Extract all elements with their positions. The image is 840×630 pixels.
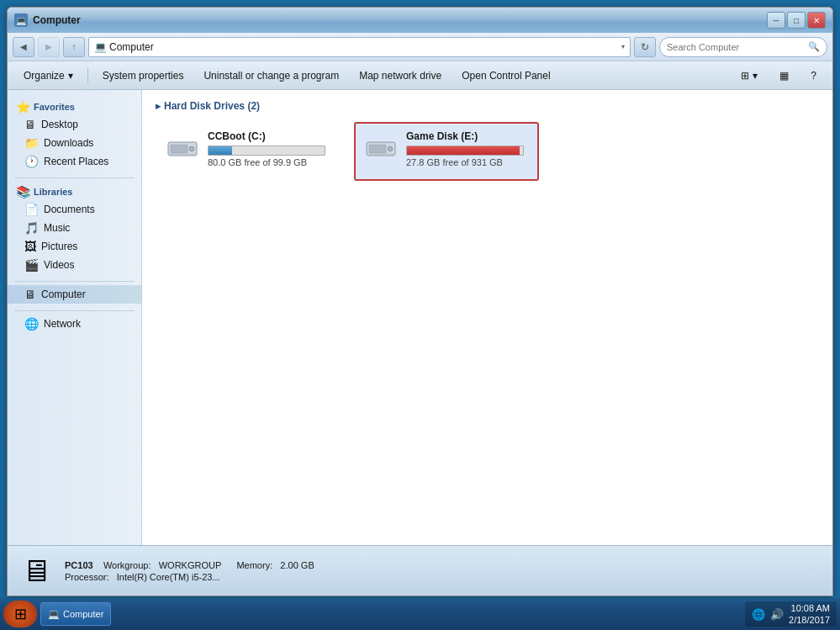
minimize-button[interactable]: ─ (767, 12, 785, 29)
window-controls: ─ □ ✕ (767, 12, 826, 29)
desktop-icon: 🖥 (24, 118, 36, 131)
status-computer-icon: 🖥 (18, 553, 55, 590)
drive-e-info: Game Disk (E:) 27.8 GB free of 931 GB (406, 130, 529, 167)
up-button[interactable]: ↑ (63, 37, 85, 57)
svg-point-3 (191, 148, 193, 150)
address-text: Computer (109, 41, 621, 53)
sidebar-divider-3 (14, 310, 135, 311)
refresh-button[interactable]: ↻ (634, 37, 656, 57)
favorites-header[interactable]: ⭐ Favorites (8, 97, 141, 115)
tray-clock[interactable]: 10:08 AM 2/18/2017 (789, 602, 830, 627)
drive-e-bar-fill (407, 146, 520, 155)
toolbar-right: ⊞ ▾ ▦ ? (732, 65, 826, 87)
status-info: PC103 Workgroup: WORKGROUP Memory: 2.00 … (65, 560, 314, 582)
libraries-section: 📚 Libraries 📄 Documents 🎵 Music 🖼 Pictur… (8, 182, 141, 274)
title-bar: 💻 Computer ─ □ ✕ (8, 8, 832, 33)
address-input[interactable]: 💻 Computer ▾ (88, 37, 631, 57)
system-properties-button[interactable]: System properties (93, 65, 193, 87)
music-icon: 🎵 (24, 221, 39, 235)
map-network-button[interactable]: Map network drive (350, 65, 451, 87)
taskbar-explorer-item[interactable]: 💻 Computer (40, 602, 111, 626)
tray-network-icon[interactable]: 🌐 (752, 608, 765, 621)
start-button[interactable]: ⊞ (3, 601, 37, 627)
drive-e-top: Game Disk (E:) 27.8 GB free of 931 GB (364, 130, 529, 167)
downloads-icon: 📁 (24, 136, 39, 150)
drive-c-name: CCBoot (C:) (208, 130, 330, 142)
uninstall-button[interactable]: Uninstall or change a program (194, 65, 348, 87)
taskbar: ⊞ 💻 Computer 🌐 🔊 10:08 AM 2/18/2017 (0, 598, 840, 630)
preview-button[interactable]: ▦ (770, 65, 798, 87)
network-section: 🌐 Network (8, 315, 141, 333)
address-bar: ◀ ▶ ↑ 💻 Computer ▾ ↻ 🔍 (8, 33, 832, 61)
drive-e-icon (364, 135, 398, 162)
svg-point-8 (389, 148, 391, 150)
hdd-icon-e (365, 137, 397, 161)
toolbar: Organize ▾ System properties Uninstall o… (8, 61, 832, 90)
sidebar-item-recent-places[interactable]: 🕐 Recent Places (8, 152, 141, 171)
sidebar-item-documents[interactable]: 📄 Documents (8, 200, 141, 219)
close-button[interactable]: ✕ (807, 12, 826, 29)
sidebar-item-computer[interactable]: 🖥 Computer (8, 285, 141, 304)
forward-button[interactable]: ▶ (38, 37, 60, 57)
maximize-button[interactable]: □ (787, 12, 806, 29)
network-icon: 🌐 (24, 317, 39, 331)
svg-rect-6 (369, 145, 386, 153)
sidebar-divider-2 (14, 281, 135, 282)
section-title: Hard Disk Drives (2) (156, 100, 819, 112)
drives-container: CCBoot (C:) 80.0 GB free of 99.9 GB (156, 122, 819, 181)
library-icon: 📚 (16, 185, 30, 199)
drive-c-info: CCBoot (C:) 80.0 GB free of 99.9 GB (208, 130, 330, 167)
drive-e-name: Game Disk (E:) (406, 130, 529, 142)
documents-icon: 📄 (24, 203, 39, 216)
explorer-window: 💻 Computer ─ □ ✕ ◀ ▶ ↑ 💻 Computer ▾ ↻ 🔍 … (7, 7, 833, 596)
drive-c-free: 80.0 GB free of 99.9 GB (208, 157, 330, 167)
sidebar-item-downloads[interactable]: 📁 Downloads (8, 134, 141, 152)
drive-e-free: 27.8 GB free of 931 GB (406, 157, 529, 167)
open-control-panel-button[interactable]: Open Control Panel (452, 65, 559, 87)
videos-icon: 🎬 (24, 258, 39, 272)
computer-icon: 🖥 (24, 288, 36, 301)
drive-c-bar-fill (209, 146, 232, 155)
status-bar: 🖥 PC103 Workgroup: WORKGROUP Memory: 2.0… (8, 545, 832, 596)
drive-c-icon (166, 135, 199, 162)
address-dropdown-arrow[interactable]: ▾ (621, 43, 625, 50)
drive-c-top: CCBoot (C:) 80.0 GB free of 99.9 GB (166, 130, 330, 167)
organize-button[interactable]: Organize ▾ (14, 65, 82, 87)
taskbar-item-icon: 💻 (48, 609, 60, 620)
sidebar-item-videos[interactable]: 🎬 Videos (8, 256, 141, 274)
help-button[interactable]: ? (801, 65, 826, 87)
recent-places-icon: 🕐 (24, 155, 39, 168)
main-panel: Hard Disk Drives (2) (142, 90, 832, 545)
drive-e-bar-container (406, 146, 524, 156)
drive-c-item[interactable]: CCBoot (C:) 80.0 GB free of 99.9 GB (156, 122, 341, 181)
back-button[interactable]: ◀ (13, 37, 34, 57)
pictures-icon: 🖼 (24, 240, 36, 253)
status-line-1: PC103 Workgroup: WORKGROUP Memory: 2.00 … (65, 560, 314, 570)
sidebar-item-network[interactable]: 🌐 Network (8, 315, 141, 333)
svg-rect-1 (171, 145, 188, 153)
drive-e-item[interactable]: Game Disk (E:) 27.8 GB free of 931 GB (354, 122, 539, 181)
computer-section: 🖥 Computer (8, 285, 141, 304)
window-icon: 💻 (14, 13, 28, 27)
tray-speaker-icon[interactable]: 🔊 (770, 608, 784, 621)
favorites-section: ⭐ Favorites 🖥 Desktop 📁 Downloads 🕐 Rece… (8, 97, 141, 171)
svg-rect-9 (367, 154, 395, 156)
status-line-2: Processor: Intel(R) Core(TM) i5-23... (65, 572, 314, 582)
search-box[interactable]: 🔍 (659, 37, 827, 57)
sidebar-item-desktop[interactable]: 🖥 Desktop (8, 115, 141, 134)
libraries-header[interactable]: 📚 Libraries (8, 182, 141, 200)
svg-rect-4 (168, 154, 197, 156)
star-icon: ⭐ (16, 100, 30, 114)
address-icon: 💻 (94, 41, 106, 53)
view-button[interactable]: ⊞ ▾ (732, 65, 767, 87)
sidebar-item-music[interactable]: 🎵 Music (8, 219, 141, 237)
hdd-icon-c (166, 137, 198, 161)
sidebar: ⭐ Favorites 🖥 Desktop 📁 Downloads 🕐 Rece… (8, 90, 142, 545)
drive-c-bar-container (208, 146, 325, 156)
sidebar-divider-1 (14, 177, 135, 178)
content-area: ⭐ Favorites 🖥 Desktop 📁 Downloads 🕐 Rece… (8, 90, 832, 545)
toolbar-separator-1 (87, 67, 88, 84)
search-input[interactable] (667, 42, 805, 52)
sidebar-item-pictures[interactable]: 🖼 Pictures (8, 237, 141, 256)
search-icon[interactable]: 🔍 (808, 41, 820, 52)
